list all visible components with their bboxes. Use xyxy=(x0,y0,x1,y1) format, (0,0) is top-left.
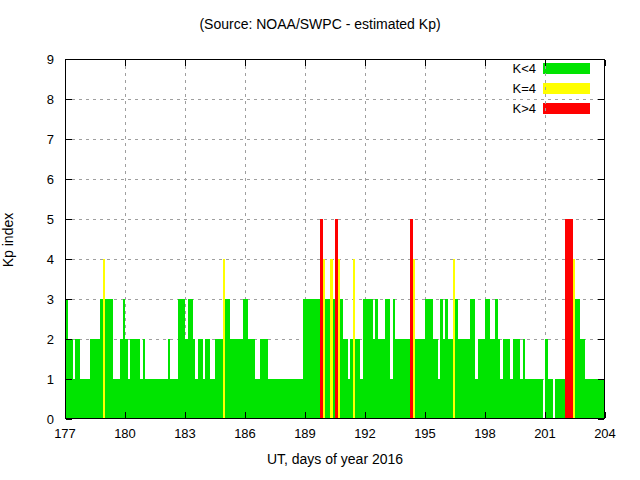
x-tick-177 xyxy=(65,412,66,418)
x-tick-top-180 xyxy=(125,60,126,66)
x-tick-label-195: 195 xyxy=(405,426,445,441)
y-tick-right-8 xyxy=(598,99,604,100)
chart-title: (Source: NOAA/SWPC - estimated Kp) xyxy=(0,16,640,32)
y-tick-1 xyxy=(66,379,72,380)
y-tick-label-5: 5 xyxy=(14,212,54,227)
x-tick-top-192 xyxy=(365,60,366,66)
x-tick-189 xyxy=(305,412,306,418)
y-tick-label-9: 9 xyxy=(14,52,54,67)
y-tick-right-0 xyxy=(598,419,604,420)
y-tick-label-4: 4 xyxy=(14,252,54,267)
x-axis-label: UT, days of year 2016 xyxy=(65,451,605,467)
x-tick-label-198: 198 xyxy=(465,426,505,441)
x-tick-label-189: 189 xyxy=(285,426,325,441)
y-axis-label: Kp index xyxy=(0,185,16,295)
y-tick-right-9 xyxy=(598,59,604,60)
x-tick-label-186: 186 xyxy=(225,426,265,441)
x-tick-label-201: 201 xyxy=(525,426,565,441)
x-tick-top-186 xyxy=(245,60,246,66)
x-tick-label-183: 183 xyxy=(165,426,205,441)
x-tick-198 xyxy=(485,412,486,418)
x-tick-top-198 xyxy=(485,60,486,66)
y-tick-right-6 xyxy=(598,179,604,180)
x-tick-top-177 xyxy=(65,60,66,66)
y-tick-label-7: 7 xyxy=(14,132,54,147)
y-tick-9 xyxy=(66,59,72,60)
y-tick-right-4 xyxy=(598,259,604,260)
kp-index-chart: (Source: NOAA/SWPC - estimated Kp) Kp in… xyxy=(0,0,640,480)
y-tick-right-1 xyxy=(598,379,604,380)
x-tick-top-189 xyxy=(305,60,306,66)
y-tick-label-1: 1 xyxy=(14,372,54,387)
x-tick-label-192: 192 xyxy=(345,426,385,441)
y-tick-label-2: 2 xyxy=(14,332,54,347)
x-tick-195 xyxy=(425,412,426,418)
y-tick-label-0: 0 xyxy=(14,412,54,427)
x-tick-186 xyxy=(245,412,246,418)
y-tick-0 xyxy=(66,419,72,420)
x-tick-192 xyxy=(365,412,366,418)
plot-border xyxy=(65,59,605,419)
x-tick-top-201 xyxy=(545,60,546,66)
y-tick-6 xyxy=(66,179,72,180)
x-tick-label-180: 180 xyxy=(105,426,145,441)
x-tick-204 xyxy=(605,412,606,418)
y-tick-7 xyxy=(66,139,72,140)
x-tick-183 xyxy=(185,412,186,418)
y-tick-right-5 xyxy=(598,219,604,220)
x-tick-label-204: 204 xyxy=(585,426,625,441)
y-tick-4 xyxy=(66,259,72,260)
y-tick-right-2 xyxy=(598,339,604,340)
x-tick-top-183 xyxy=(185,60,186,66)
y-tick-2 xyxy=(66,339,72,340)
y-tick-label-8: 8 xyxy=(14,92,54,107)
y-tick-5 xyxy=(66,219,72,220)
y-tick-8 xyxy=(66,99,72,100)
y-tick-3 xyxy=(66,299,72,300)
x-tick-top-204 xyxy=(605,60,606,66)
x-tick-201 xyxy=(545,412,546,418)
x-tick-top-195 xyxy=(425,60,426,66)
x-tick-180 xyxy=(125,412,126,418)
y-tick-right-3 xyxy=(598,299,604,300)
y-tick-right-7 xyxy=(598,139,604,140)
y-tick-label-6: 6 xyxy=(14,172,54,187)
x-tick-label-177: 177 xyxy=(45,426,85,441)
y-tick-label-3: 3 xyxy=(14,292,54,307)
